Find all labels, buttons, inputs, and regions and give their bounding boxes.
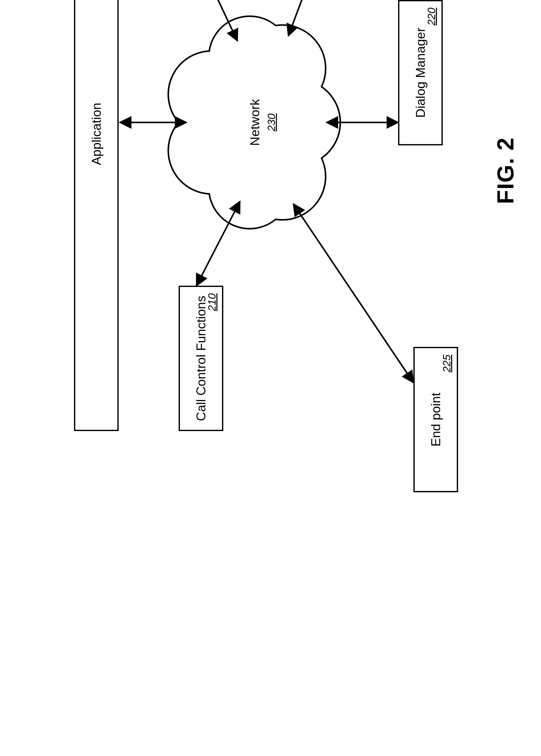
dialog-mgr-ref: 220 — [425, 8, 438, 26]
figure-caption: FIG. 2 — [492, 137, 519, 204]
svg-line-5 — [293, 204, 413, 382]
call-control-ref: 210 — [206, 293, 218, 311]
application-label: Application — [89, 103, 104, 165]
call-control-box: Call Control Functions 210 — [179, 286, 223, 431]
network-text: Network — [248, 87, 262, 158]
svg-line-3 — [288, 0, 319, 36]
dialog-mgr-label: Dialog Manager — [413, 28, 428, 118]
end-point-box: End point 225 — [413, 347, 458, 492]
end-point-label: End point — [428, 392, 443, 446]
call-control-label: Call Control Functions — [194, 296, 209, 421]
end-point-ref: 225 — [441, 355, 453, 373]
diagram-stage: Network 230 Application 205 Call Control… — [0, 0, 541, 541]
svg-line-1 — [197, 201, 240, 286]
dialog-mgr-box: Dialog Manager 220 — [398, 0, 443, 145]
svg-line-2 — [197, 0, 237, 41]
network-ref: 230 — [266, 114, 277, 131]
application-box: Application 205 — [74, 0, 119, 431]
network-label: Network 230 — [248, 87, 277, 158]
